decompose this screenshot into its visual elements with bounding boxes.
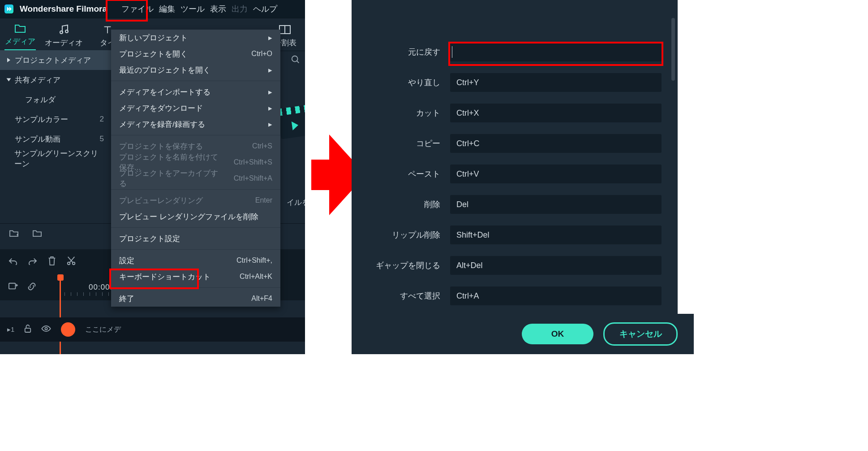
shortcut-input[interactable]: Ctrl+A <box>450 286 662 305</box>
scrollbar[interactable] <box>671 18 675 81</box>
delete-icon[interactable] <box>47 256 56 268</box>
shortcut-input[interactable]: Ctrl+C <box>450 134 662 153</box>
menubar-item-5[interactable]: ヘルプ <box>250 3 280 15</box>
search-button[interactable] <box>291 55 301 67</box>
menu-item-13[interactable]: プレビュー レンダリングファイルを削除 <box>111 208 280 225</box>
add-marker-icon[interactable] <box>8 282 18 293</box>
tab-folder[interactable]: メディア <box>4 19 36 51</box>
shortcut-input[interactable]: Ctrl+V <box>450 165 662 183</box>
menu-item-15[interactable]: プロジェクト設定 <box>111 230 280 247</box>
split-icon <box>279 23 291 36</box>
svg-line-6 <box>297 61 299 63</box>
shortcut-input[interactable]: Alt+Del <box>450 256 662 275</box>
folder-icon[interactable] <box>32 229 42 239</box>
sidebar-item-label: プロジェクトメディア <box>15 55 91 65</box>
shortcut-value: Alt+Del <box>456 261 483 270</box>
menu-item-label: 設定 <box>119 256 134 266</box>
menu-item-1[interactable]: プロジェクトを開くCtrl+O <box>111 46 280 62</box>
tab-label: オーディオ <box>45 38 83 51</box>
menu-item-shortcut: Ctrl+Shift+A <box>234 174 272 182</box>
cancel-button[interactable]: キャンセル <box>603 322 678 346</box>
menu-item-shortcut: Enter <box>255 196 272 204</box>
menu-item-shortcut: Ctrl+S <box>252 142 272 150</box>
menu-item-20[interactable]: 終了Alt+F4 <box>111 291 280 307</box>
keyboard-shortcut-dialog: 元に戻すやり直しCtrl+YカットCtrl+XコピーCtrl+CペーストCtrl… <box>352 0 678 354</box>
shortcut-input[interactable] <box>450 43 662 61</box>
svg-point-15 <box>45 327 47 330</box>
chevron-right-icon: ▸ <box>268 87 272 97</box>
dialog-button-bar: OK キャンセル <box>352 314 694 354</box>
svg-point-1 <box>60 31 63 34</box>
menu-item-label: メディアをインポートする <box>119 87 211 97</box>
shortcut-label: カット <box>373 108 440 118</box>
playhead-icon[interactable] <box>57 274 63 354</box>
sidebar-item-0[interactable]: 共有メディア <box>0 70 111 90</box>
menu-item-shortcut: Ctrl+O <box>251 50 272 58</box>
menu-item-shortcut: Ctrl+Alt+K <box>240 273 272 281</box>
cut-icon[interactable] <box>66 256 76 268</box>
chevron-right-icon: ▸ <box>268 65 272 75</box>
menu-item-shortcut: Ctrl+Shift+, <box>236 256 272 265</box>
shortcut-label: コピー <box>373 138 440 149</box>
svg-rect-11 <box>9 283 16 289</box>
highlight-undo-input <box>448 42 663 66</box>
menu-item-label: メディアをダウンロード <box>119 103 203 113</box>
shortcut-label: ペースト <box>373 169 440 179</box>
menu-item-0[interactable]: 新しいプロジェクト▸ <box>111 30 280 46</box>
placeholder-track-text: ここにメデ <box>85 325 121 334</box>
menubar-item-3[interactable]: 表示 <box>207 3 229 15</box>
shortcut-value: Ctrl+X <box>456 108 479 118</box>
tab-music[interactable]: オーディオ <box>45 21 83 51</box>
file-menu-dropdown: 新しいプロジェクト▸プロジェクトを開くCtrl+O最近のプロジェクトを開く▸メデ… <box>111 30 280 307</box>
menubar-item-2[interactable]: ツール <box>178 3 207 15</box>
sidebar-item-3[interactable]: サンプル動画5 <box>0 129 111 149</box>
shortcut-input[interactable]: Ctrl+Y <box>450 73 662 92</box>
clapperboard-icon <box>277 104 305 139</box>
svg-point-5 <box>292 56 298 62</box>
chevron-down-icon <box>7 78 11 82</box>
menu-item-10: プロジェクトをアーカイブするCtrl+Shift+A <box>111 170 280 186</box>
filmora-window: Wondershare Filmora ファイル編集ツール表示出力ヘルプ メディ… <box>0 0 305 354</box>
lock-icon[interactable] <box>24 325 31 334</box>
shortcut-input[interactable]: Ctrl+X <box>450 104 662 122</box>
shortcut-value: Ctrl+A <box>456 291 479 301</box>
menu-item-shortcut: Ctrl+Shift+S <box>234 158 272 166</box>
shortcut-row-6: リップル削除Shift+Del <box>373 223 662 247</box>
menubar-item-0[interactable]: ファイル <box>119 3 156 15</box>
menu-item-label: 終了 <box>119 294 134 304</box>
shortcut-input[interactable]: Shift+Del <box>450 226 662 244</box>
shortcut-input[interactable]: Del <box>450 195 662 214</box>
tab-label: メディア <box>5 36 35 49</box>
ok-button[interactable]: OK <box>522 324 593 344</box>
app-logo-icon <box>4 4 13 13</box>
shortcut-label: やり直し <box>373 77 440 88</box>
sidebar-item-4[interactable]: サンプルグリーンスクリーン <box>0 149 111 169</box>
dropzone-hint-text: イルを <box>287 197 305 208</box>
menu-item-18[interactable]: キーボードショートカットCtrl+Alt+K <box>111 269 280 285</box>
menu-item-4[interactable]: メディアをインポートする▸ <box>111 84 280 100</box>
chevron-right-icon: ▸ <box>268 104 272 113</box>
redo-icon[interactable] <box>28 257 38 267</box>
sidebar-item-count: 2 <box>100 115 104 124</box>
menubar-item-1[interactable]: 編集 <box>156 3 178 15</box>
svg-point-2 <box>65 30 68 33</box>
sidebar-item-project-media[interactable]: プロジェクトメディア <box>0 50 111 70</box>
menu-item-5[interactable]: メディアをダウンロード▸ <box>111 100 280 116</box>
undo-icon[interactable] <box>8 257 18 267</box>
titlebar: Wondershare Filmora ファイル編集ツール表示出力ヘルプ <box>0 0 305 18</box>
menu-item-6[interactable]: メディアを録音/録画する▸ <box>111 116 280 132</box>
shortcut-value: Ctrl+C <box>456 139 480 148</box>
sidebar-item-label: フォルダ <box>25 95 56 105</box>
menu-item-label: 最近のプロジェクトを開く <box>119 65 211 75</box>
sidebar-item-label: サンプルカラー <box>15 114 68 125</box>
shortcut-row-1: やり直しCtrl+Y <box>373 71 662 94</box>
link-icon[interactable] <box>27 282 37 294</box>
visibility-icon[interactable] <box>41 325 51 334</box>
sidebar-item-2[interactable]: サンプルカラー2 <box>0 109 111 129</box>
sidebar-item-1[interactable]: フォルダ <box>0 90 111 109</box>
new-folder-icon[interactable] <box>9 229 19 239</box>
menu-item-2[interactable]: 最近のプロジェクトを開く▸ <box>111 62 280 78</box>
media-sidebar: プロジェクトメディア 共有メディアフォルダサンプルカラー2サンプル動画5サンプル… <box>0 50 111 169</box>
menu-item-17[interactable]: 設定Ctrl+Shift+, <box>111 252 280 269</box>
text-cursor-icon <box>452 46 452 58</box>
